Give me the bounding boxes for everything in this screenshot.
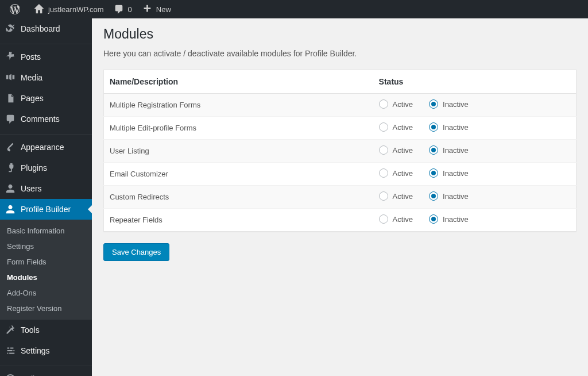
module-status: ActiveInactive bbox=[373, 140, 577, 163]
sidebar-item-label: Plugins bbox=[21, 163, 47, 172]
status-active-group[interactable]: Active bbox=[379, 99, 413, 109]
module-status: ActiveInactive bbox=[373, 186, 577, 209]
sidebar-item-label: Settings bbox=[21, 346, 50, 355]
status-inactive-label: Inactive bbox=[443, 192, 469, 201]
sidebar-item-label: Pages bbox=[21, 94, 44, 103]
status-active-label: Active bbox=[393, 100, 413, 109]
pin-icon bbox=[5, 51, 16, 63]
admin-sidebar: Dashboard Posts Media Pages Comments bbox=[0, 18, 92, 376]
wrench-icon bbox=[5, 324, 16, 336]
sidebar-item-label: Comments bbox=[21, 114, 60, 124]
sidebar-item-plugins[interactable]: Plugins bbox=[0, 158, 92, 178]
site-name: justlearnWP.com bbox=[48, 5, 104, 14]
status-inactive-group[interactable]: Inactive bbox=[429, 99, 469, 109]
table-row: Repeater FieldsActiveInactive bbox=[104, 209, 577, 232]
sidebar-submenu: Basic Information Settings Form Fields M… bbox=[0, 220, 92, 320]
new-label: New bbox=[156, 5, 171, 14]
page-description: Here you can activate / deactivate avail… bbox=[103, 49, 577, 58]
module-name: Multiple Registration Forms bbox=[104, 94, 373, 117]
submenu-item-form-fields[interactable]: Form Fields bbox=[0, 254, 92, 270]
status-active-label: Active bbox=[393, 192, 413, 201]
module-status: ActiveInactive bbox=[373, 117, 577, 140]
plus-icon bbox=[141, 3, 153, 15]
module-name: Custom Redirects bbox=[104, 186, 373, 209]
status-inactive-radio[interactable] bbox=[429, 99, 438, 109]
sidebar-item-profile-builder[interactable]: Profile Builder bbox=[0, 199, 92, 220]
sidebar-item-label: Dashboard bbox=[21, 24, 60, 33]
sidebar-item-media[interactable]: Media bbox=[0, 67, 92, 88]
sidebar-item-appearance[interactable]: Appearance bbox=[0, 137, 92, 158]
sidebar-item-label: Profile Builder bbox=[21, 205, 71, 214]
submenu-item-settings[interactable]: Settings bbox=[0, 239, 92, 254]
sidebar-item-label: Appearance bbox=[21, 143, 64, 152]
status-active-group[interactable]: Active bbox=[379, 145, 413, 155]
sidebar-item-label: Users bbox=[21, 184, 42, 193]
module-name: Email Customizer bbox=[104, 163, 373, 186]
sidebar-item-pages[interactable]: Pages bbox=[0, 88, 92, 109]
table-row: Multiple Edit-profile FormsActiveInactiv… bbox=[104, 117, 577, 140]
status-active-label: Active bbox=[393, 215, 413, 224]
table-row: Multiple Registration FormsActiveInactiv… bbox=[104, 94, 577, 117]
module-status: ActiveInactive bbox=[373, 209, 577, 232]
status-active-radio[interactable] bbox=[379, 99, 388, 109]
status-inactive-radio[interactable] bbox=[429, 214, 438, 224]
status-active-radio[interactable] bbox=[379, 191, 388, 201]
table-col-name: Name/Description bbox=[104, 70, 373, 94]
status-active-group[interactable]: Active bbox=[379, 122, 413, 132]
status-active-label: Active bbox=[393, 123, 413, 132]
status-active-group[interactable]: Active bbox=[379, 191, 413, 201]
status-inactive-group[interactable]: Inactive bbox=[429, 214, 469, 224]
module-name: Multiple Edit-profile Forms bbox=[104, 117, 373, 140]
collapse-icon bbox=[5, 373, 16, 376]
submenu-item-register-version[interactable]: Register Version bbox=[0, 301, 92, 316]
status-inactive-group[interactable]: Inactive bbox=[429, 145, 469, 155]
comment-icon bbox=[113, 3, 125, 15]
module-status: ActiveInactive bbox=[373, 163, 577, 186]
status-inactive-label: Inactive bbox=[443, 123, 469, 132]
status-active-label: Active bbox=[393, 146, 413, 155]
status-inactive-group[interactable]: Inactive bbox=[429, 168, 469, 178]
submenu-item-modules[interactable]: Modules bbox=[0, 270, 92, 285]
status-active-radio[interactable] bbox=[379, 168, 388, 178]
save-button[interactable]: Save Changes bbox=[103, 243, 169, 261]
dashboard-icon bbox=[5, 23, 16, 34]
sidebar-item-dashboard[interactable]: Dashboard bbox=[0, 18, 92, 39]
module-name: Repeater Fields bbox=[104, 209, 373, 232]
brush-icon bbox=[5, 141, 16, 153]
submenu-item-addons[interactable]: Add-Ons bbox=[0, 285, 92, 301]
submenu-item-basic-info[interactable]: Basic Information bbox=[0, 223, 92, 239]
sidebar-item-settings[interactable]: Settings bbox=[0, 340, 92, 361]
sidebar-item-tools[interactable]: Tools bbox=[0, 320, 92, 340]
sidebar-item-users[interactable]: Users bbox=[0, 178, 92, 199]
table-row: Email CustomizerActiveInactive bbox=[104, 163, 577, 186]
wordpress-logo[interactable] bbox=[5, 0, 29, 18]
module-status: ActiveInactive bbox=[373, 94, 577, 117]
table-row: Custom RedirectsActiveInactive bbox=[104, 186, 577, 209]
page-title: Modules bbox=[103, 26, 577, 42]
status-inactive-radio[interactable] bbox=[429, 191, 438, 201]
status-active-group[interactable]: Active bbox=[379, 214, 413, 224]
page-icon bbox=[5, 93, 16, 104]
table-row: User ListingActiveInactive bbox=[104, 140, 577, 163]
status-inactive-radio[interactable] bbox=[429, 168, 438, 178]
sidebar-collapse[interactable]: Collapse menu bbox=[0, 369, 92, 376]
status-active-radio[interactable] bbox=[379, 145, 388, 155]
status-active-label: Active bbox=[393, 169, 413, 178]
main-content: Modules Here you can activate / deactiva… bbox=[92, 18, 588, 376]
comment-icon bbox=[5, 113, 16, 125]
status-inactive-radio[interactable] bbox=[429, 122, 438, 132]
status-inactive-group[interactable]: Inactive bbox=[429, 122, 469, 132]
status-inactive-radio[interactable] bbox=[429, 145, 438, 155]
status-inactive-group[interactable]: Inactive bbox=[429, 191, 469, 201]
sidebar-item-posts[interactable]: Posts bbox=[0, 47, 92, 67]
new-link[interactable]: New bbox=[137, 0, 176, 18]
home-icon bbox=[33, 3, 45, 15]
site-link[interactable]: justlearnWP.com bbox=[29, 0, 109, 18]
status-active-radio[interactable] bbox=[379, 122, 388, 132]
sidebar-item-comments[interactable]: Comments bbox=[0, 109, 92, 129]
status-active-group[interactable]: Active bbox=[379, 168, 413, 178]
status-inactive-label: Inactive bbox=[443, 100, 469, 109]
status-active-radio[interactable] bbox=[379, 214, 388, 224]
comments-link[interactable]: 0 bbox=[109, 0, 137, 18]
modules-table: Name/Description Status Multiple Registr… bbox=[103, 70, 577, 232]
